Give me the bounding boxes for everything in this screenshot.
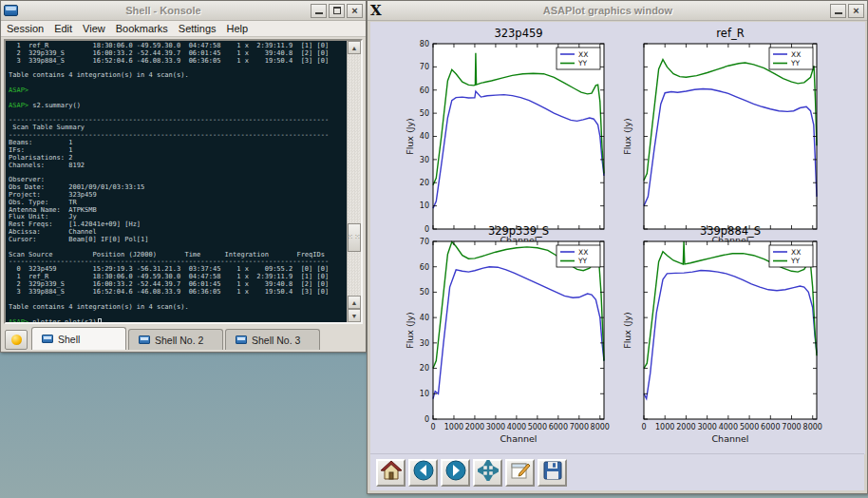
menu-item-bookmarks[interactable]: Bookmarks [116, 23, 168, 34]
x-tick-label: 4000 [719, 423, 738, 431]
toolbar-forward-button[interactable] [441, 459, 470, 487]
tab-label: Shell No. 2 [155, 335, 203, 346]
close-button[interactable]: × [848, 4, 864, 18]
asaplot-titlebar[interactable]: X ASAPlot graphics window × [368, 1, 867, 21]
y-tick-label: 20 [420, 364, 429, 373]
legend-label-xx: XX [791, 50, 801, 59]
terminal-line: Table contains 4 integration(s) in 4 sca… [9, 304, 347, 312]
y-tick-label: 10 [420, 201, 429, 210]
terminal-output[interactable]: 1 ref_R 18:30:06.0 -49.59.30.0 04:47:58 … [6, 41, 347, 322]
legend-label-xx: XX [578, 248, 588, 257]
y-tick-label: 70 [420, 238, 429, 246]
plot-toolbar [370, 453, 864, 490]
new-session-icon [11, 335, 22, 345]
pan-icon [478, 460, 499, 485]
legend-label-yy: YY [790, 257, 801, 265]
y-tick-label: 70 [420, 63, 429, 71]
konsole-app-icon [4, 5, 18, 16]
forward-icon [445, 460, 466, 485]
toolbar-back-button[interactable] [408, 459, 438, 487]
tab-shell-no-3[interactable]: Shell No. 3 [225, 329, 320, 350]
terminal-line: ASAP> [9, 87, 347, 95]
asaplot-window-buttons: × [828, 4, 864, 18]
x-tick-label: 2000 [465, 423, 484, 431]
configure-subplots-icon [510, 460, 531, 485]
konsole-tabbar: ShellShell No. 2Shell No. 3 [3, 326, 364, 350]
terminal-line: Channels: 8192 [9, 163, 347, 170]
x-tick-label: 1000 [655, 423, 674, 431]
x-tick-label: 3000 [697, 423, 716, 431]
subplot-323p459: Channel01020304050607080323p459Flux (Jy)… [405, 27, 604, 245]
terminal-line: ASAP> s2.summary() [9, 103, 347, 110]
scroll-down-icon[interactable]: ▼ [348, 309, 361, 322]
menu-item-view[interactable]: View [83, 23, 105, 34]
legend-label-yy: YY [577, 257, 588, 265]
terminal-frame: 1 ref_R 18:30:06.0 -49.59.30.0 04:47:58 … [4, 39, 363, 324]
y-tick-label: 60 [420, 263, 429, 272]
ylabel: Flux (Jy) [622, 118, 632, 155]
new-session-button[interactable] [5, 330, 28, 350]
y-tick-label: 60 [420, 86, 429, 95]
y-tick-label: 10 [420, 390, 429, 398]
scroll-up-icon[interactable]: ▲ [348, 41, 361, 54]
x-tick-label: 3000 [486, 423, 505, 431]
subplot-339p884_S: 010002000300040005000600070008000339p884… [622, 224, 822, 444]
scrollbar-thumb[interactable] [348, 223, 361, 252]
menu-item-session[interactable]: Session [7, 23, 44, 34]
y-tick-label: 0 [425, 225, 429, 234]
x-tick-label: 1000 [444, 423, 463, 431]
maximize-icon [333, 7, 341, 14]
minimize-button[interactable] [311, 4, 327, 18]
x-tick-label: 6000 [761, 423, 780, 431]
close-button[interactable]: × [347, 4, 363, 18]
tab-shell-no-2[interactable]: Shell No. 2 [128, 329, 223, 350]
tab-shell[interactable]: Shell [31, 327, 126, 350]
x-tick-label: 5000 [528, 423, 547, 431]
konsole-window-buttons: × [309, 4, 363, 18]
y-tick-label: 30 [420, 156, 429, 164]
y-tick-label: 20 [420, 179, 429, 187]
terminal-line [9, 311, 347, 318]
subplot-title: 323p459 [494, 27, 542, 40]
subplot-title: ref_R [716, 27, 744, 40]
subplot-329p339_S: 0100020003000400050006000700080000102030… [405, 224, 610, 444]
menu-item-edit[interactable]: Edit [54, 23, 72, 34]
x-tick-label: 0 [430, 423, 435, 431]
terminal-scrollbar[interactable]: ▲ ▲ ▼ [347, 41, 361, 322]
y-tick-label: 0 [425, 415, 429, 424]
toolbar-pan-button[interactable] [473, 459, 502, 487]
terminal-line: Cursor: Beam[0] IF[0] Pol[1] [9, 237, 347, 244]
minimize-icon [835, 8, 842, 14]
toolbar-home-button[interactable] [376, 459, 406, 487]
toolbar-configure-subplots-button[interactable] [505, 459, 535, 487]
figure-canvas: Channel01020304050607080323p459Flux (Jy)… [370, 22, 865, 454]
x-tick-label: 2000 [676, 423, 695, 431]
scroll-up2-icon[interactable]: ▲ [348, 296, 361, 309]
close-icon: × [853, 6, 859, 16]
terminal-line: 3 339p884_S 16:52:04.6 -46.08.33.9 06:36… [9, 289, 347, 297]
terminal-icon [236, 335, 247, 344]
maximize-button[interactable] [329, 4, 345, 18]
ylabel: Flux (Jy) [405, 118, 415, 155]
home-icon [381, 460, 402, 485]
x-tick-label: 8000 [803, 423, 822, 431]
toolbar-save-button[interactable] [538, 459, 567, 487]
minimize-button[interactable] [830, 4, 846, 18]
scrollbar-track[interactable] [348, 54, 361, 296]
subplot-title: 339p884_S [700, 224, 761, 238]
y-tick-label: 50 [420, 288, 429, 297]
y-tick-label: 50 [420, 109, 429, 118]
menu-item-help[interactable]: Help [227, 23, 249, 34]
konsole-titlebar[interactable]: Shell - Konsole × [1, 1, 366, 21]
desktop: { "konsole": { "title": "Shell - Konsole… [0, 0, 868, 498]
legend: XXYY [557, 48, 600, 69]
legend-label-yy: YY [577, 59, 588, 67]
legend: XXYY [769, 245, 813, 267]
ylabel: Flux (Jy) [405, 312, 415, 349]
menu-item-settings[interactable]: Settings [179, 23, 217, 34]
minimize-icon [315, 8, 323, 14]
legend-label-xx: XX [791, 248, 801, 257]
legend: XXYY [557, 245, 600, 267]
legend: XXYY [769, 48, 813, 69]
tab-label: Shell No. 3 [252, 335, 300, 346]
